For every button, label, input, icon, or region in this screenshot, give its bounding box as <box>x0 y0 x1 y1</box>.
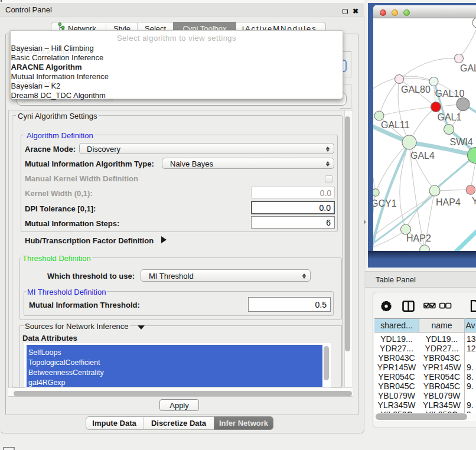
svg-text:HAP2: HAP2 <box>406 233 431 243</box>
svg-text:Y: Y <box>472 196 476 206</box>
svg-text:GAL11: GAL11 <box>381 120 410 130</box>
svg-text:GAL2: GAL2 <box>460 63 476 73</box>
svg-text:GCY1: GCY1 <box>373 198 397 208</box>
svg-text:GAL10: GAL10 <box>435 89 465 99</box>
svg-text:GAL1: GAL1 <box>438 112 462 122</box>
svg-text:GAL80: GAL80 <box>401 84 431 94</box>
svg-text:SWI4: SWI4 <box>450 137 473 147</box>
svg-text:GAL4: GAL4 <box>410 151 435 161</box>
svg-text:HAP4: HAP4 <box>436 197 461 207</box>
